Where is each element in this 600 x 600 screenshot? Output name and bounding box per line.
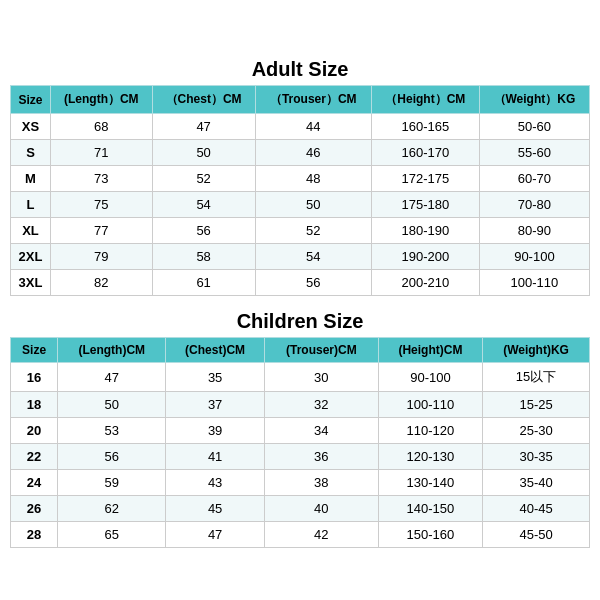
adult-table-row: L755450175-18070-80 <box>11 192 590 218</box>
children-cell-r3-c0: 22 <box>11 444 58 470</box>
adult-cell-r5-c4: 190-200 <box>371 244 479 270</box>
adult-cell-r6-c2: 61 <box>152 270 255 296</box>
adult-cell-r2-c5: 60-70 <box>479 166 589 192</box>
adult-cell-r4-c4: 180-190 <box>371 218 479 244</box>
adult-cell-r2-c2: 52 <box>152 166 255 192</box>
adult-col-header-2: （Chest）CM <box>152 86 255 114</box>
children-header-row: Size(Length)CM(Chest)CM(Trouser)CM(Heigh… <box>11 338 590 363</box>
children-cell-r1-c4: 100-110 <box>378 392 482 418</box>
adult-cell-r5-c5: 90-100 <box>479 244 589 270</box>
adult-table-row: XS684744160-16550-60 <box>11 114 590 140</box>
adult-cell-r4-c5: 80-90 <box>479 218 589 244</box>
children-table-row: 24594338130-14035-40 <box>11 470 590 496</box>
adult-table-row: XL775652180-19080-90 <box>11 218 590 244</box>
adult-cell-r1-c3: 46 <box>255 140 371 166</box>
children-cell-r5-c0: 26 <box>11 496 58 522</box>
adult-cell-r2-c1: 73 <box>51 166 153 192</box>
children-cell-r6-c0: 28 <box>11 522 58 548</box>
children-cell-r5-c1: 62 <box>58 496 166 522</box>
children-col-header-1: (Length)CM <box>58 338 166 363</box>
adult-table-row: M735248172-17560-70 <box>11 166 590 192</box>
children-size-table: Size(Length)CM(Chest)CM(Trouser)CM(Heigh… <box>10 337 590 548</box>
adult-cell-r5-c1: 79 <box>51 244 153 270</box>
children-cell-r2-c5: 25-30 <box>483 418 590 444</box>
children-cell-r1-c5: 15-25 <box>483 392 590 418</box>
children-cell-r3-c4: 120-130 <box>378 444 482 470</box>
children-cell-r2-c0: 20 <box>11 418 58 444</box>
adult-table-row: 3XL826156200-210100-110 <box>11 270 590 296</box>
children-cell-r3-c5: 30-35 <box>483 444 590 470</box>
children-cell-r5-c5: 40-45 <box>483 496 590 522</box>
children-cell-r3-c1: 56 <box>58 444 166 470</box>
adult-cell-r1-c1: 71 <box>51 140 153 166</box>
adult-cell-r3-c4: 175-180 <box>371 192 479 218</box>
children-col-header-2: (Chest)CM <box>166 338 265 363</box>
children-cell-r4-c2: 43 <box>166 470 265 496</box>
adult-cell-r4-c1: 77 <box>51 218 153 244</box>
children-cell-r2-c4: 110-120 <box>378 418 482 444</box>
adult-col-header-4: （Height）CM <box>371 86 479 114</box>
children-table-row: 18503732100-11015-25 <box>11 392 590 418</box>
children-cell-r4-c4: 130-140 <box>378 470 482 496</box>
children-size-title: Children Size <box>10 304 590 337</box>
children-cell-r0-c4: 90-100 <box>378 363 482 392</box>
adult-cell-r2-c0: M <box>11 166 51 192</box>
children-cell-r2-c1: 53 <box>58 418 166 444</box>
children-table-row: 20533934110-12025-30 <box>11 418 590 444</box>
children-cell-r4-c0: 24 <box>11 470 58 496</box>
children-cell-r3-c2: 41 <box>166 444 265 470</box>
size-chart-container: Adult Size Size(Length）CM（Chest）CM（Trous… <box>10 52 590 548</box>
children-table-row: 26624540140-15040-45 <box>11 496 590 522</box>
children-cell-r6-c4: 150-160 <box>378 522 482 548</box>
adult-cell-r0-c1: 68 <box>51 114 153 140</box>
children-cell-r0-c2: 35 <box>166 363 265 392</box>
adult-cell-r1-c4: 160-170 <box>371 140 479 166</box>
children-cell-r1-c1: 50 <box>58 392 166 418</box>
adult-cell-r4-c2: 56 <box>152 218 255 244</box>
children-col-header-5: (Weight)KG <box>483 338 590 363</box>
children-col-header-4: (Height)CM <box>378 338 482 363</box>
adult-cell-r3-c2: 54 <box>152 192 255 218</box>
adult-cell-r1-c0: S <box>11 140 51 166</box>
adult-cell-r2-c4: 172-175 <box>371 166 479 192</box>
children-cell-r2-c3: 34 <box>264 418 378 444</box>
adult-col-header-0: Size <box>11 86 51 114</box>
adult-cell-r5-c2: 58 <box>152 244 255 270</box>
children-cell-r0-c5: 15以下 <box>483 363 590 392</box>
children-table-header: Size(Length)CM(Chest)CM(Trouser)CM(Heigh… <box>11 338 590 363</box>
children-cell-r2-c2: 39 <box>166 418 265 444</box>
children-table-row: 28654742150-16045-50 <box>11 522 590 548</box>
adult-cell-r4-c3: 52 <box>255 218 371 244</box>
adult-cell-r3-c3: 50 <box>255 192 371 218</box>
children-cell-r6-c5: 45-50 <box>483 522 590 548</box>
children-cell-r4-c5: 35-40 <box>483 470 590 496</box>
children-cell-r1-c2: 37 <box>166 392 265 418</box>
adult-header-row: Size(Length）CM（Chest）CM（Trouser）CM（Heigh… <box>11 86 590 114</box>
children-cell-r6-c1: 65 <box>58 522 166 548</box>
adult-cell-r0-c5: 50-60 <box>479 114 589 140</box>
adult-col-header-1: (Length）CM <box>51 86 153 114</box>
adult-cell-r1-c5: 55-60 <box>479 140 589 166</box>
children-cell-r1-c3: 32 <box>264 392 378 418</box>
adult-cell-r6-c3: 56 <box>255 270 371 296</box>
adult-cell-r6-c1: 82 <box>51 270 153 296</box>
children-cell-r5-c2: 45 <box>166 496 265 522</box>
adult-cell-r3-c0: L <box>11 192 51 218</box>
children-cell-r6-c3: 42 <box>264 522 378 548</box>
adult-table-row: S715046160-17055-60 <box>11 140 590 166</box>
adult-cell-r0-c3: 44 <box>255 114 371 140</box>
children-cell-r4-c1: 59 <box>58 470 166 496</box>
children-cell-r5-c4: 140-150 <box>378 496 482 522</box>
adult-cell-r3-c5: 70-80 <box>479 192 589 218</box>
children-table-row: 22564136120-13030-35 <box>11 444 590 470</box>
children-table-row: 1647353090-10015以下 <box>11 363 590 392</box>
adult-size-title: Adult Size <box>10 52 590 85</box>
adult-cell-r1-c2: 50 <box>152 140 255 166</box>
children-cell-r4-c3: 38 <box>264 470 378 496</box>
adult-cell-r6-c4: 200-210 <box>371 270 479 296</box>
adult-cell-r0-c0: XS <box>11 114 51 140</box>
children-cell-r6-c2: 47 <box>166 522 265 548</box>
children-table-body: 1647353090-10015以下18503732100-11015-2520… <box>11 363 590 548</box>
adult-cell-r3-c1: 75 <box>51 192 153 218</box>
adult-table-row: 2XL795854190-20090-100 <box>11 244 590 270</box>
